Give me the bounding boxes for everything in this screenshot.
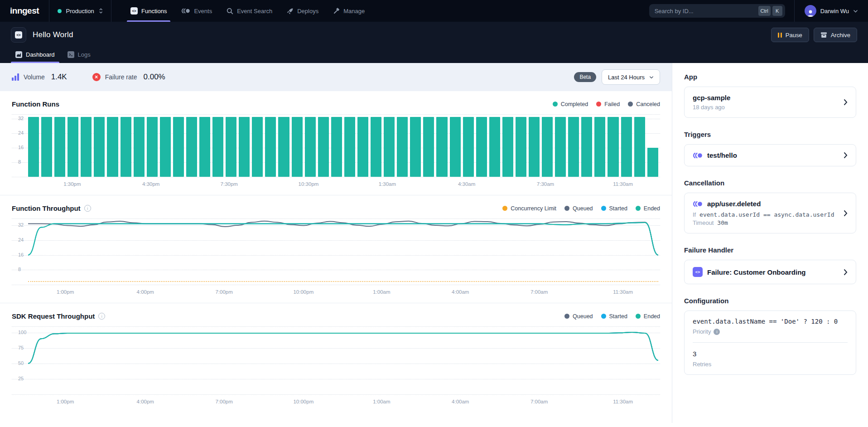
trigger-card[interactable]: test/hello [684, 144, 856, 166]
event-icon [693, 152, 703, 159]
main-nav: <> Functions Events Event Search D [123, 0, 372, 22]
rocket-icon [287, 8, 294, 15]
app-card[interactable]: gcp-sample 18 days ago [684, 87, 856, 118]
retries-label: Retries [693, 361, 848, 368]
app-meta: 18 days ago [693, 104, 839, 111]
function-runs-chart: 3224168 [12, 114, 660, 177]
event-icon [693, 201, 703, 207]
tab-label: Dashboard [26, 51, 55, 58]
x-axis: 1:00pm4:00pm7:00pm10:00pm1:00am4:00am7:0… [28, 287, 658, 298]
chevron-down-icon [649, 76, 654, 79]
nav-item-manage[interactable]: Manage [326, 0, 372, 22]
chevron-right-icon [844, 152, 848, 159]
tab-dashboard[interactable]: Dashboard [11, 47, 59, 63]
info-icon[interactable]: i [714, 329, 720, 335]
nav-item-functions[interactable]: <> Functions [123, 0, 174, 22]
archive-label: Archive [831, 32, 850, 39]
x-tick-label: 11:30am [613, 181, 633, 187]
y-tick-label: 8 [18, 159, 21, 165]
divider [693, 342, 848, 343]
function-tabs: Dashboard Logs [0, 47, 868, 63]
user-name: Darwin Wu [820, 8, 849, 15]
cancellation-if-expression: If event.data.userId == async.data.userI… [693, 211, 839, 218]
time-range-select[interactable]: Last 24 Hours [602, 69, 660, 85]
function-icon: <> [693, 267, 703, 277]
x-tick-label: 1:00pm [57, 289, 74, 295]
nav-item-deploys[interactable]: Deploys [280, 0, 326, 22]
x-tick-label: 4:00am [452, 399, 469, 404]
x-tick-label: 7:30am [537, 181, 554, 187]
legend-item: Queued [564, 313, 593, 320]
legend-item: Completed [553, 101, 588, 107]
info-icon[interactable]: i [84, 205, 91, 212]
app-section-title: App [684, 73, 856, 81]
user-menu[interactable]: Darwin Wu [794, 0, 868, 22]
inngest-logo[interactable]: inngest [0, 0, 49, 22]
y-tick-label: 25 [18, 376, 24, 381]
x-tick-label: 1:00am [373, 289, 390, 295]
environment-selector[interactable]: Production [49, 0, 111, 22]
nav-item-events[interactable]: Events [174, 0, 219, 22]
legend-item: Canceled [628, 101, 660, 107]
info-icon[interactable]: i [98, 313, 105, 320]
chevron-up-down-icon [99, 8, 103, 14]
bar-group [28, 114, 658, 177]
pause-button[interactable]: Pause [771, 28, 809, 42]
archive-button[interactable]: Archive [814, 28, 857, 42]
chevron-down-icon [853, 10, 858, 13]
x-tick-label: 1:30am [379, 181, 396, 187]
events-icon [181, 8, 190, 14]
details-sidebar: App gcp-sample 18 days ago Triggers test… [672, 63, 868, 423]
logs-icon [68, 51, 74, 58]
y-tick-label: 16 [18, 252, 24, 257]
x-tick-label: 4:30pm [142, 181, 159, 187]
chevron-right-icon [844, 210, 848, 217]
failure-handler-card[interactable]: <> Failure: Customer Onboarding [684, 260, 856, 284]
configuration-section-title: Configuration [684, 297, 856, 305]
dashboard-main: Volume 1.4K × Failure rate 0.00% Beta La… [0, 63, 672, 423]
x-tick-label: 1:00pm [57, 399, 74, 404]
kbd-ctrl: Ctrl [758, 6, 771, 16]
stats-bar: Volume 1.4K × Failure rate 0.00% Beta La… [0, 63, 672, 91]
chevron-right-icon [844, 99, 848, 106]
search-icon [227, 8, 233, 15]
x-tick-label: 1:00am [373, 399, 390, 404]
volume-value: 1.4K [51, 73, 67, 82]
x-tick-label: 10:00pm [293, 289, 313, 295]
legend-item: Concurrency Limit [502, 205, 556, 212]
cancellation-card[interactable]: app/user.deleted If event.data.userId ==… [684, 193, 856, 233]
y-tick-label: 100 [18, 330, 26, 335]
x-tick-label: 10:30pm [299, 181, 319, 187]
legend-item: Failed [596, 101, 620, 107]
tab-label: Logs [78, 51, 91, 58]
function-icon: <> [11, 27, 26, 43]
cancellation-event: app/user.deleted [707, 200, 761, 208]
failure-value: 0.00% [144, 73, 165, 82]
priority-label: Priority i [693, 328, 848, 335]
y-tick-label: 32 [18, 223, 24, 228]
nav-label: Event Search [237, 8, 272, 15]
active-tab-underline [11, 62, 59, 63]
chevron-right-icon [844, 269, 848, 276]
failure-handler-name: Failure: Customer Onboarding [707, 268, 806, 276]
y-tick-label: 24 [18, 238, 24, 243]
tab-logs[interactable]: Logs [63, 47, 95, 63]
global-search: Ctrl K [649, 4, 785, 18]
app-name: gcp-sample [693, 94, 839, 102]
search-input[interactable] [655, 8, 757, 15]
legend-item: Started [601, 205, 627, 212]
failure-icon: × [92, 73, 101, 81]
kbd-k: K [772, 6, 782, 16]
nav-item-event-search[interactable]: Event Search [219, 0, 280, 22]
archive-icon [820, 32, 827, 38]
chart-legend: CompletedFailedCanceled [553, 101, 660, 107]
tool-icon [333, 8, 340, 15]
chart-title: SDK Request Throughput [12, 312, 95, 320]
env-status-dot [58, 9, 61, 13]
chart-title: Function Runs [12, 100, 59, 108]
functions-icon: <> [130, 7, 138, 15]
function-throughput-section: Function Throughput i Concurrency LimitQ… [0, 195, 672, 303]
x-tick-label: 10:00pm [293, 399, 313, 404]
x-axis: 1:00pm4:00pm7:00pm10:00pm1:00am4:00am7:0… [28, 397, 658, 408]
legend-item: Queued [564, 205, 593, 212]
